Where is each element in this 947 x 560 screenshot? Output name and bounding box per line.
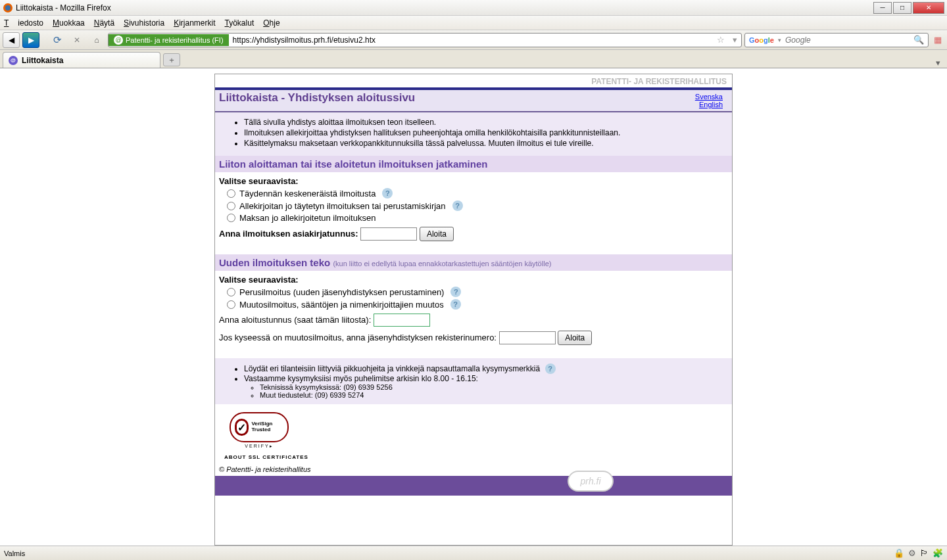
section1-header: Liiton aloittaman tai itse aloitetun ilm… xyxy=(215,156,732,172)
help-icon[interactable]: ? xyxy=(545,363,556,374)
maximize-button[interactable]: □ xyxy=(893,2,911,14)
search-dropdown-icon[interactable]: ▾ xyxy=(778,37,781,43)
footer-info: Löydät eri tilanteisiin liittyviä pikkuo… xyxy=(215,358,732,404)
new-tab-button[interactable]: + xyxy=(163,53,180,66)
intro-item: Käsittelymaksu maksetaan verkkopankkitun… xyxy=(244,139,727,148)
tab-bar: @ Liittokaista + ▾ xyxy=(0,50,947,68)
search-icon[interactable]: 🔍 xyxy=(913,35,924,45)
start-code-label: Anna aloitustunnus (saat tämän liitosta)… xyxy=(219,315,371,325)
start-code-input[interactable] xyxy=(374,314,430,327)
menu-file[interactable]: Tiedosto xyxy=(4,18,43,28)
bookmark-star-icon[interactable]: ☆ xyxy=(713,35,729,45)
dropdown-icon[interactable]: ▾ xyxy=(729,35,741,45)
page-title-row: Liittokaista - Yhdistyksen aloitussivu S… xyxy=(215,90,732,112)
menu-help[interactable]: Ohje xyxy=(263,18,279,28)
flag-icon[interactable]: 🏳 xyxy=(920,548,929,558)
back-button[interactable]: ◀ xyxy=(3,32,20,48)
help-icon[interactable]: ? xyxy=(382,188,393,198)
lang-link-english[interactable]: English xyxy=(695,101,723,108)
svg-point-1 xyxy=(5,5,11,11)
forward-button[interactable]: ▶ xyxy=(22,32,39,48)
radio-label: Maksan jo allekirjoitetun ilmoituksen xyxy=(239,213,376,223)
tech-contact: Teknisissä kysymyksissä: (09) 6939 5256 xyxy=(260,383,727,391)
brand-header: PATENTTI- JA REKISTERIHALLITUS xyxy=(215,74,732,90)
google-icon: Google xyxy=(749,36,774,44)
phone-text: Vastaamme kysymyksiisi myös puhelimitse … xyxy=(244,374,727,383)
help-icon[interactable]: ? xyxy=(452,200,463,211)
help-icon[interactable]: ? xyxy=(450,287,461,297)
window-title: Liittokaista - Mozilla Firefox xyxy=(16,3,873,12)
choose-label: Valitse seuraavista: xyxy=(219,176,728,186)
tip-text: Löydät eri tilanteisiin liittyviä pikkuo… xyxy=(244,364,540,373)
verisign-block: ✓ VeriSign Trusted VERIFY▸ ABOUT SSL CER… xyxy=(215,404,732,463)
radio-change[interactable] xyxy=(227,300,235,309)
reg-number-input[interactable] xyxy=(499,331,556,344)
section2-body: Valitse seuraavista: Perusilmoitus (uude… xyxy=(215,271,732,358)
menu-tools[interactable]: Työkalut xyxy=(225,18,255,28)
status-bar: Valmis 🔒 ⚙ 🏳 🧩 xyxy=(0,546,947,560)
search-input[interactable] xyxy=(785,35,910,45)
reg-number-label: Jos kyseessä on muutosilmoitus, anna jäs… xyxy=(219,333,497,342)
menu-view[interactable]: Näytä xyxy=(94,18,114,28)
site-identity[interactable]: @ Patentti- ja rekisterihallitus (FI) xyxy=(109,34,229,46)
intro-item: Tällä sivulla yhdistys aloittaa ilmoituk… xyxy=(244,118,727,127)
feed-icon[interactable]: ▦ xyxy=(931,35,944,45)
radio-label: Muutosilmoitus, sääntöjen ja nimenkirjoi… xyxy=(239,300,444,310)
other-contact: Muut tiedustelut: (09) 6939 5274 xyxy=(260,391,727,399)
radio-label: Allekirjoitan jo täytetyn ilmoituksen ta… xyxy=(239,201,446,211)
doc-id-label: Anna ilmoituksen asiakirjatunnus: xyxy=(219,229,358,239)
doc-id-input[interactable] xyxy=(360,227,417,241)
tab-list-button[interactable]: ▾ xyxy=(932,58,944,68)
close-button[interactable]: ✕ xyxy=(913,2,944,14)
page-content: PATENTTI- JA REKISTERIHALLITUS Liittokai… xyxy=(214,74,733,546)
tab-active[interactable]: @ Liittokaista xyxy=(3,52,160,68)
tab-favicon-icon: @ xyxy=(9,56,18,65)
menu-history[interactable]: Sivuhistoria xyxy=(124,18,164,28)
identity-label: Patentti- ja rekisterihallitus (FI) xyxy=(126,36,224,44)
prh-logo: prh.fi xyxy=(568,471,614,492)
radio-label: Täydennän keskeneräistä ilmoitusta xyxy=(239,189,376,198)
lang-link-svenska[interactable]: Svenska xyxy=(695,93,723,101)
reload-button[interactable]: ⟳ xyxy=(49,32,66,48)
start-button-1[interactable]: Aloita xyxy=(420,227,454,241)
intro-item: Ilmoituksen allekirjoittaa yhdistyksen h… xyxy=(244,128,727,137)
verisign-label: VeriSign Trusted xyxy=(251,421,283,433)
radio-new-basic[interactable] xyxy=(227,288,235,296)
navigation-toolbar: ◀ ▶ ⟳ ✕ ⌂ @ Patentti- ja rekisterihallit… xyxy=(0,30,947,50)
help-icon[interactable]: ? xyxy=(450,299,461,310)
minimize-button[interactable]: ─ xyxy=(873,2,892,14)
section2-subtitle: (kun liitto ei edellytä lupaa ennakkotar… xyxy=(333,260,551,268)
verisign-badge[interactable]: ✓ VeriSign Trusted xyxy=(230,412,289,442)
radio-pay[interactable] xyxy=(227,214,235,222)
section1-body: Valitse seuraavista: Täydennän keskenerä… xyxy=(215,172,732,254)
content-viewport: PATENTTI- JA REKISTERIHALLITUS Liittokai… xyxy=(0,68,947,546)
firefox-icon xyxy=(3,3,13,13)
copyright: © Patentti- ja rekisterihallitus xyxy=(215,463,732,476)
home-button[interactable]: ⌂ xyxy=(88,32,105,48)
search-box[interactable]: Google ▾ 🔍 xyxy=(744,33,929,47)
checkmark-icon: ✓ xyxy=(235,419,249,436)
url-text[interactable]: https://yhdistysilmoitus.prh.fi/etusivu2… xyxy=(229,35,713,45)
page-title: Liittokaista - Yhdistyksen aloitussivu xyxy=(219,91,690,108)
menu-edit[interactable]: Muokkaa xyxy=(53,18,85,28)
radio-label: Perusilmoitus (uuden jäsenyhdistyksen pe… xyxy=(239,287,444,297)
menu-bar: Tiedosto Muokkaa Näytä Sivuhistoria Kirj… xyxy=(0,16,947,30)
extension-icon[interactable]: 🧩 xyxy=(933,548,943,558)
start-button-2[interactable]: Aloita xyxy=(558,331,592,345)
status-text: Valmis xyxy=(4,549,25,557)
url-bar[interactable]: @ Patentti- ja rekisterihallitus (FI) ht… xyxy=(108,33,742,47)
verify-label: VERIFY▸ xyxy=(220,444,298,449)
section2-header: Uuden ilmoituksen teko (kun liitto ei ed… xyxy=(215,254,732,271)
lock-icon: 🔒 xyxy=(894,548,904,558)
radio-complete[interactable] xyxy=(227,189,235,198)
radio-sign[interactable] xyxy=(227,202,235,210)
tab-title: Liittokaista xyxy=(22,56,63,65)
window-titlebar: Liittokaista - Mozilla Firefox ─ □ ✕ xyxy=(0,0,947,16)
intro-block: Tällä sivulla yhdistys aloittaa ilmoituk… xyxy=(215,112,732,156)
stop-button[interactable]: ✕ xyxy=(68,32,85,48)
addon-icon[interactable]: ⚙ xyxy=(908,548,916,558)
choose-label-2: Valitse seuraavista: xyxy=(219,275,728,285)
menu-bookmarks[interactable]: Kirjanmerkit xyxy=(174,18,215,28)
footer-bar: prh.fi xyxy=(215,476,732,496)
about-ssl-link[interactable]: ABOUT SSL CERTIFICATES xyxy=(224,454,727,460)
